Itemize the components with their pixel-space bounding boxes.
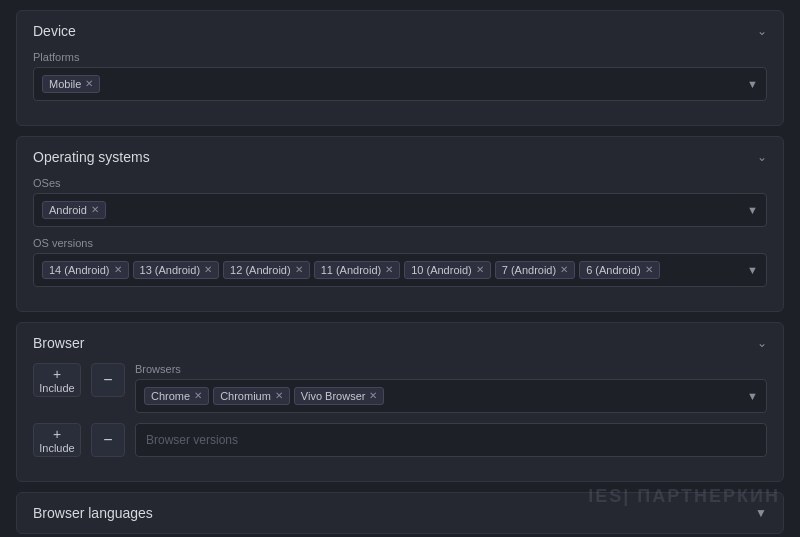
os-section-header[interactable]: Operating systems ⌄ <box>17 137 783 177</box>
include-label: Include <box>39 382 74 394</box>
os-version-tag-7-text: 7 (Android) <box>502 264 556 276</box>
os-version-tag-14-text: 14 (Android) <box>49 264 110 276</box>
os-section: Operating systems ⌄ OSes Android ✕ ▼ OS … <box>16 136 784 312</box>
browser-tag-chrome-remove[interactable]: ✕ <box>194 391 202 401</box>
browsers-field: Browsers Chrome ✕ Chromium ✕ Vivo Browse… <box>135 363 767 413</box>
os-version-tag-14: 14 (Android) ✕ <box>42 261 129 279</box>
platform-tag-mobile-text: Mobile <box>49 78 81 90</box>
oses-label: OSes <box>33 177 767 189</box>
browsers-include-btn[interactable]: + Include <box>33 363 81 397</box>
minus-icon-2: − <box>103 431 112 449</box>
browser-section-header[interactable]: Browser ⌄ <box>17 323 783 363</box>
plus-icon: + <box>53 367 61 381</box>
os-chevron-icon: ⌄ <box>757 150 767 164</box>
os-versions-field: OS versions 14 (Android) ✕ 13 (Android) … <box>33 237 767 287</box>
os-version-tag-7: 7 (Android) ✕ <box>495 261 575 279</box>
browser-languages-section-title: Browser languages <box>33 505 153 521</box>
os-version-tag-6-remove[interactable]: ✕ <box>645 265 653 275</box>
platforms-field: Platforms Mobile ✕ ▼ <box>33 51 767 101</box>
os-version-tag-13-remove[interactable]: ✕ <box>204 265 212 275</box>
os-version-tag-13: 13 (Android) ✕ <box>133 261 220 279</box>
os-section-body: OSes Android ✕ ▼ OS versions 14 (Android… <box>17 177 783 311</box>
browser-languages-section-header[interactable]: Browser languages ▼ <box>17 493 783 533</box>
browser-versions-multiselect[interactable]: Browser versions <box>135 423 767 457</box>
oses-multiselect[interactable]: Android ✕ ▼ <box>33 193 767 227</box>
browser-section-body: + Include − Browsers Chrome ✕ <box>17 363 783 481</box>
device-section-title: Device <box>33 23 76 39</box>
platforms-label: Platforms <box>33 51 767 63</box>
os-version-tag-10: 10 (Android) ✕ <box>404 261 491 279</box>
os-tag-android: Android ✕ <box>42 201 106 219</box>
browsers-row: + Include − Browsers Chrome ✕ <box>33 363 767 413</box>
browser-tag-chromium-text: Chromium <box>220 390 271 402</box>
browser-tag-chromium: Chromium ✕ <box>213 387 290 405</box>
browser-versions-row: + Include − Browser versions <box>33 423 767 457</box>
browser-versions-placeholder-text: Browser versions <box>146 433 238 447</box>
os-version-tag-11-text: 11 (Android) <box>321 264 382 276</box>
os-version-tag-12-remove[interactable]: ✕ <box>295 265 303 275</box>
browser-tag-chromium-remove[interactable]: ✕ <box>275 391 283 401</box>
os-version-tag-10-text: 10 (Android) <box>411 264 472 276</box>
os-version-tag-12-text: 12 (Android) <box>230 264 291 276</box>
os-version-tag-14-remove[interactable]: ✕ <box>114 265 122 275</box>
platforms-multiselect[interactable]: Mobile ✕ ▼ <box>33 67 767 101</box>
os-tag-android-remove[interactable]: ✕ <box>91 205 99 215</box>
os-version-tag-7-remove[interactable]: ✕ <box>560 265 568 275</box>
os-section-title: Operating systems <box>33 149 150 165</box>
browsers-multiselect[interactable]: Chrome ✕ Chromium ✕ Vivo Browser ✕ ▼ <box>135 379 767 413</box>
browser-tag-chrome: Chrome ✕ <box>144 387 209 405</box>
browser-languages-section: Browser languages ▼ <box>16 492 784 534</box>
platform-tag-mobile: Mobile ✕ <box>42 75 100 93</box>
minus-icon: − <box>103 371 112 389</box>
os-versions-multiselect[interactable]: 14 (Android) ✕ 13 (Android) ✕ 12 (Androi… <box>33 253 767 287</box>
os-versions-label: OS versions <box>33 237 767 249</box>
browsers-exclude-btn[interactable]: − <box>91 363 125 397</box>
browser-languages-chevron-icon: ▼ <box>755 506 767 520</box>
os-versions-dropdown-arrow: ▼ <box>747 264 758 276</box>
os-version-tag-11-remove[interactable]: ✕ <box>385 265 393 275</box>
platforms-dropdown-arrow: ▼ <box>747 78 758 90</box>
device-section-header[interactable]: Device ⌄ <box>17 11 783 51</box>
include-label-2: Include <box>39 442 74 454</box>
browser-versions-field: Browser versions <box>135 423 767 457</box>
browser-versions-exclude-btn[interactable]: − <box>91 423 125 457</box>
browser-tag-vivo-text: Vivo Browser <box>301 390 366 402</box>
browser-versions-include-btn[interactable]: + Include <box>33 423 81 457</box>
os-version-tag-10-remove[interactable]: ✕ <box>476 265 484 275</box>
device-chevron-icon: ⌄ <box>757 24 767 38</box>
os-version-tag-6-text: 6 (Android) <box>586 264 640 276</box>
os-version-tag-12: 12 (Android) ✕ <box>223 261 310 279</box>
plus-icon-2: + <box>53 427 61 441</box>
browser-section: Browser ⌄ + Include − Browsers <box>16 322 784 482</box>
device-section: Device ⌄ Platforms Mobile ✕ ▼ <box>16 10 784 126</box>
browser-tag-vivo-remove[interactable]: ✕ <box>369 391 377 401</box>
browser-tag-vivo: Vivo Browser ✕ <box>294 387 385 405</box>
device-section-body: Platforms Mobile ✕ ▼ <box>17 51 783 125</box>
os-version-tag-11: 11 (Android) ✕ <box>314 261 401 279</box>
platform-tag-mobile-remove[interactable]: ✕ <box>85 79 93 89</box>
browser-chevron-icon: ⌄ <box>757 336 767 350</box>
browser-tag-chrome-text: Chrome <box>151 390 190 402</box>
os-tag-android-text: Android <box>49 204 87 216</box>
browser-section-title: Browser <box>33 335 84 351</box>
browsers-label: Browsers <box>135 363 767 375</box>
browsers-dropdown-arrow: ▼ <box>747 390 758 402</box>
oses-dropdown-arrow: ▼ <box>747 204 758 216</box>
os-version-tag-13-text: 13 (Android) <box>140 264 201 276</box>
browser-versions-include-exclude: + Include <box>33 423 81 457</box>
os-version-tag-6: 6 (Android) ✕ <box>579 261 659 279</box>
oses-field: OSes Android ✕ ▼ <box>33 177 767 227</box>
browsers-include-exclude: + Include <box>33 363 81 397</box>
